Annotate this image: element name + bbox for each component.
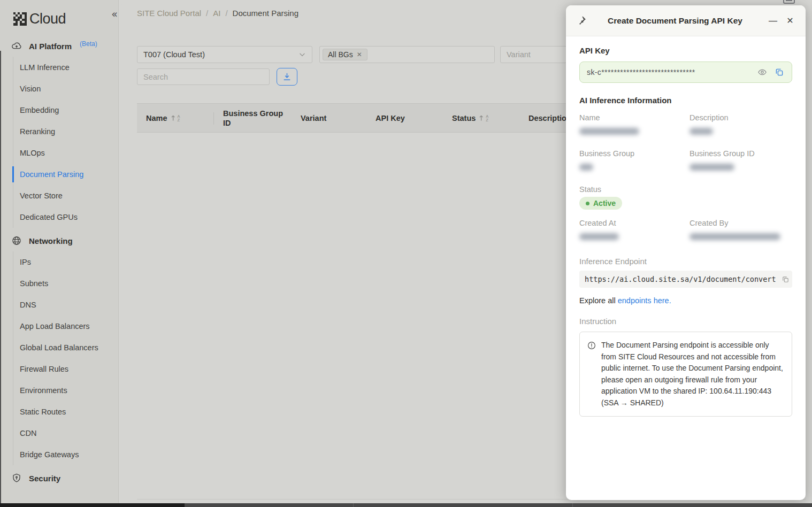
sidebar-collapse-button[interactable]: « [108,7,121,20]
instruction-box: The Document Parsing endpoint is accessi… [579,332,792,417]
sidebar-item-mlops[interactable]: MLOps [13,142,118,164]
chevron-down-icon [298,51,306,58]
close-icon[interactable]: ✕ [784,15,796,27]
inference-info-grid: Name Description Business Group Business… [579,113,792,185]
panel-body: API Key sk-c****************************… [566,36,806,417]
column-header-status[interactable]: Status AZ [443,104,519,132]
sidebar-item-dns[interactable]: DNS [13,294,118,316]
column-header-api-key[interactable]: API Key [366,104,443,132]
sidebar-item-vision[interactable]: Vision [13,78,118,99]
column-header-name[interactable]: Name AZ [137,104,214,132]
sort-icon[interactable]: AZ [171,114,180,122]
nav-list-networking: IPsSubnetsDNSApp Load BalancersGlobal Lo… [13,251,118,465]
inference-endpoint-label: Inference Endpoint [579,257,792,266]
field-description: Description [690,113,792,140]
sidebar-item-global-load-balancers[interactable]: Global Load Balancers [13,337,118,358]
redacted-value [690,128,713,135]
screen: Cloud AI Platform (Beta) LLM InferenceVi… [0,0,812,507]
instruction-label: Instruction [579,317,792,326]
breadcrumb-item-current: Document Parsing [233,9,298,18]
redacted-value [579,164,593,171]
window-left-edge [0,51,1,503]
column-header-variant[interactable]: Variant [292,104,366,132]
copy-icon[interactable] [780,274,791,285]
sort-icon[interactable]: AZ [479,114,488,122]
project-select-value: T007 (Cloud Test) [143,50,205,59]
sidebar-item-app-load-balancers[interactable]: App Load Balancers [13,316,118,337]
field-status: Status Active [579,185,792,210]
breadcrumb-item-ai[interactable]: AI [213,9,220,18]
logo[interactable]: Cloud [0,0,118,31]
sidebar-item-reranking[interactable]: Reranking [13,121,118,142]
eye-icon[interactable] [757,67,768,78]
sidebar: Cloud AI Platform (Beta) LLM InferenceVi… [0,0,119,503]
scrollbar-thumb[interactable] [0,503,185,507]
api-key-label: API Key [579,46,792,55]
download-icon [282,72,292,81]
api-key-value: sk-c****************************** [587,68,750,76]
project-select[interactable]: T007 (Cloud Test) [137,46,312,63]
column-header-business-group-id[interactable]: Business Group ID [214,104,292,132]
nav-section-security[interactable]: Security [0,468,118,488]
sidebar-item-firewall-rules[interactable]: Firewall Rules [13,358,118,380]
create-api-key-panel: Create Document Parsing API Key — ✕ API … [566,5,806,500]
sidebar-item-vector-store[interactable]: Vector Store [13,185,118,206]
redacted-value [690,164,734,171]
nav-section-label: Security [29,474,60,483]
field-name: Name [579,113,682,140]
variant-select-placeholder: Variant [507,50,531,59]
api-key-field[interactable]: sk-c****************************** [579,62,792,83]
field-created-at: Created At [579,219,682,245]
bg-tag: All BGs ✕ [323,49,367,60]
sidebar-item-embedding[interactable]: Embedding [13,99,118,121]
globe-icon [11,235,22,246]
info-icon [587,341,596,350]
sidebar-item-dedicated-gpus[interactable]: Dedicated GPUs [13,206,118,228]
field-business-group-id: Business Group ID [690,149,792,176]
status-dot [586,202,589,205]
pin-icon[interactable] [576,14,588,27]
beta-badge: (Beta) [80,40,97,48]
breadcrumb-separator: / [225,9,227,18]
nav-section-label: AI Platform [29,42,72,51]
minimize-icon[interactable]: — [767,15,779,27]
logo-pixel-icon [13,12,27,26]
sidebar-item-cdn[interactable]: CDN [13,422,118,444]
sidebar-item-bridge-gateways[interactable]: Bridge Gateways [13,444,118,465]
panel-title: Create Document Parsing API Key [588,16,762,26]
search-input[interactable] [137,68,270,85]
business-group-select[interactable]: All BGs ✕ [319,46,495,63]
download-button[interactable] [277,68,297,86]
breadcrumb: SITE Cloud Portal / AI / Document Parsin… [137,9,298,18]
bg-tag-label: All BGs [328,50,353,59]
field-business-group: Business Group [579,149,682,176]
scrollbar-divider [572,503,573,507]
horizontal-scrollbar[interactable] [0,503,812,507]
instruction-text: The Document Parsing endpoint is accessi… [601,340,784,409]
sidebar-item-ips[interactable]: IPs [13,251,118,273]
copy-icon[interactable] [774,67,785,78]
status-badge: Active [579,197,622,210]
breadcrumb-item-portal[interactable]: SITE Cloud Portal [137,9,201,18]
redacted-value [690,233,780,240]
sidebar-item-static-routes[interactable]: Static Routes [13,401,118,422]
tag-remove-icon[interactable]: ✕ [357,51,362,58]
nav-section-ai-platform[interactable]: AI Platform (Beta) [0,36,118,56]
sidebar-item-llm-inference[interactable]: LLM Inference [13,57,118,78]
endpoints-link[interactable]: endpoints here. [618,296,671,305]
inference-endpoint-box[interactable]: https://ai.cloud.site.sa/v1/document/con… [579,271,792,288]
nav-list-ai-platform: LLM InferenceVisionEmbeddingRerankingMLO… [13,57,118,228]
redacted-value [579,233,619,240]
inference-endpoint-url: https://ai.cloud.site.sa/v1/document/con… [585,275,776,283]
field-created-by: Created By [690,219,792,245]
scrollbar-divider [353,503,354,507]
sidebar-item-subnets[interactable]: Subnets [13,273,118,294]
logo-text: Cloud [29,11,66,27]
sidebar-item-environments[interactable]: Environments [13,380,118,401]
breadcrumb-separator: / [206,9,208,18]
sidebar-item-document-parsing[interactable]: Document Parsing [13,164,118,185]
explore-endpoints-line: Explore all endpoints here. [579,296,792,305]
redacted-value [579,128,639,135]
clipped-toolbar-icon[interactable] [783,0,795,4]
nav-section-networking[interactable]: Networking [0,231,118,250]
